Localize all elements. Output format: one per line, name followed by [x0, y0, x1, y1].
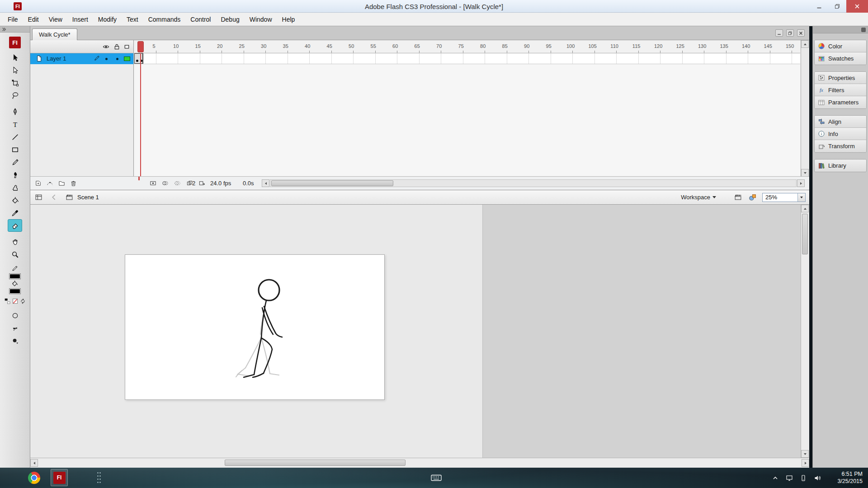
scroll-down-button[interactable] [801, 169, 809, 177]
tray-monitor-icon[interactable] [785, 474, 793, 482]
pen-tool[interactable] [8, 105, 22, 118]
stage-scroll-down-button[interactable] [801, 450, 809, 458]
timeline-scroll-thumb[interactable] [271, 180, 393, 186]
eraser-mode-option[interactable] [11, 311, 19, 319]
timeline-ruler[interactable]: 5101520253035404550556065707580859095100… [134, 40, 800, 53]
layer-name[interactable]: Layer 1 [47, 55, 66, 62]
onion-skin-outlines-button[interactable] [173, 179, 182, 188]
panel-item-library[interactable]: Library [815, 160, 866, 172]
tray-chevron-up-icon[interactable] [771, 474, 779, 482]
taskbar-app-chrome[interactable] [25, 469, 42, 486]
subselection-tool[interactable] [8, 64, 22, 76]
panel-item-transform[interactable]: Transform [815, 140, 866, 152]
hand-tool[interactable] [8, 235, 22, 248]
panel-item-swatches[interactable]: Swatches [815, 52, 866, 65]
back-arrow-icon[interactable] [49, 193, 58, 202]
panel-item-parameters[interactable]: Parameters [815, 96, 866, 108]
layer-outline-color-swatch[interactable] [124, 56, 130, 61]
brush-tool[interactable] [8, 169, 22, 181]
outline-layers-icon[interactable] [123, 43, 131, 51]
panel-item-color[interactable]: Color [815, 40, 866, 52]
stage-canvas[interactable] [125, 254, 385, 400]
menu-edit[interactable]: Edit [23, 13, 44, 26]
layer-frames-row[interactable] [134, 53, 800, 64]
paint-bucket-tool[interactable] [8, 194, 22, 206]
menu-window[interactable]: Window [245, 13, 277, 26]
menu-commands[interactable]: Commands [143, 13, 186, 26]
panel-item-filters[interactable]: fxFilters [815, 84, 866, 96]
menu-debug[interactable]: Debug [216, 13, 244, 26]
edit-scene-button[interactable] [733, 193, 742, 202]
scroll-up-button[interactable] [801, 40, 809, 48]
close-button[interactable] [846, 0, 868, 13]
free-transform-tool[interactable] [8, 76, 22, 89]
show-hide-layers-icon[interactable] [103, 43, 110, 51]
stage-vscroll-thumb[interactable] [802, 214, 808, 254]
menu-control[interactable]: Control [185, 13, 216, 26]
menu-modify[interactable]: Modify [93, 13, 122, 26]
tools-panel-collapse[interactable] [0, 26, 30, 33]
onion-skin-button[interactable] [161, 179, 170, 188]
default-colors-button[interactable] [5, 298, 10, 304]
stroke-color-swatch[interactable] [9, 273, 21, 279]
fill-color-swatch[interactable] [9, 288, 21, 294]
insert-layer-folder-button[interactable] [57, 179, 66, 188]
timeline-scroll-right-button[interactable] [797, 179, 805, 187]
lock-layers-icon[interactable] [113, 43, 121, 51]
text-tool[interactable]: T [8, 118, 22, 131]
pencil-tool[interactable] [8, 156, 22, 169]
edit-symbols-button[interactable] [748, 193, 757, 202]
stage-drawing-walk-figure[interactable] [125, 255, 385, 400]
workspace-menu[interactable]: Workspace [681, 194, 716, 201]
zoom-level-combobox[interactable]: 25% [762, 193, 806, 202]
panel-item-info[interactable]: iInfo [815, 128, 866, 140]
lasso-tool[interactable] [8, 89, 22, 102]
keyframe-span[interactable] [134, 53, 143, 64]
faucet-option[interactable] [11, 324, 19, 332]
stage-scroll-up-button[interactable] [801, 205, 809, 212]
doc-restore-button[interactable] [786, 29, 794, 37]
stage-scroll-right-button[interactable] [802, 459, 809, 467]
menu-help[interactable]: Help [277, 13, 300, 26]
selection-tool[interactable] [8, 51, 22, 64]
frame-rate-indicator[interactable]: 24.0 fps [210, 180, 231, 187]
rectangle-tool[interactable] [8, 143, 22, 156]
tray-phone-icon[interactable] [799, 474, 807, 482]
touch-keyboard-button[interactable] [427, 471, 446, 484]
panel-item-align[interactable]: Align [815, 116, 866, 128]
eyedropper-tool[interactable] [8, 206, 22, 219]
doc-minimize-button[interactable] [775, 29, 783, 37]
modify-onion-markers-button[interactable] [198, 179, 206, 188]
eraser-tool[interactable] [8, 219, 22, 232]
taskbar-clock[interactable]: 6:51 PM 3/25/2015 [837, 470, 863, 485]
menu-view[interactable]: View [44, 13, 67, 26]
zoom-dropdown-button[interactable] [797, 193, 805, 202]
delete-layer-button[interactable] [69, 179, 78, 188]
taskbar-grip-handle[interactable] [97, 471, 101, 484]
panel-item-properties[interactable]: Properties [815, 72, 866, 84]
timeline-vertical-scrollbar[interactable] [801, 40, 809, 177]
insert-layer-button[interactable] [34, 179, 42, 188]
layer-visible-dot[interactable] [105, 58, 108, 60]
dock-options-icon[interactable] [861, 28, 866, 32]
tray-speaker-icon[interactable] [813, 474, 821, 482]
menu-file[interactable]: File [3, 13, 23, 26]
center-frame-button[interactable] [149, 179, 157, 188]
restore-button[interactable] [828, 0, 846, 13]
line-tool[interactable] [8, 131, 22, 143]
layer-row-layer1[interactable]: Layer 1 [30, 53, 133, 64]
doc-close-button[interactable] [797, 29, 805, 37]
ink-bottle-tool[interactable] [8, 181, 22, 194]
document-tab[interactable]: Walk Cycle* [32, 28, 77, 40]
swap-colors-button[interactable] [20, 298, 26, 304]
timeline-scroll-left-button[interactable] [262, 179, 269, 187]
zoom-tool[interactable] [8, 248, 22, 261]
scene-name-label[interactable]: Scene 1 [77, 194, 99, 201]
timeline-horizontal-scrollbar[interactable] [270, 179, 797, 187]
timeline-toggle-icon[interactable] [34, 193, 43, 202]
minimize-button[interactable] [810, 0, 828, 13]
stage-vertical-scrollbar[interactable] [801, 205, 809, 458]
menu-insert[interactable]: Insert [67, 13, 93, 26]
stage-scroll-left-button[interactable] [30, 459, 38, 467]
layer-unlocked-dot[interactable] [116, 58, 118, 60]
